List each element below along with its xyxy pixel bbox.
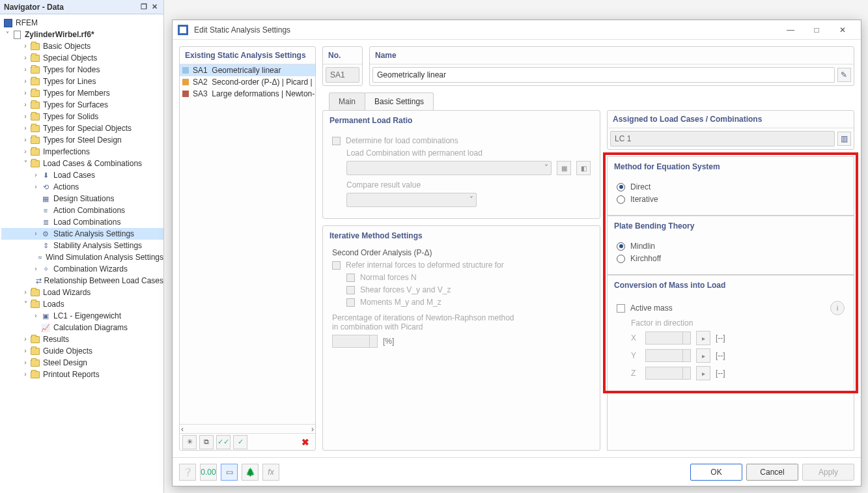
tree-item[interactable]: ›Types for Members [1,87,163,99]
tree-item[interactable]: ›⬇Load Cases [1,169,163,181]
tree-item[interactable]: ›▣LC1 - Eigengewicht [1,310,163,322]
radio-mindlin[interactable]: Mindlin [617,242,845,251]
minimize-button[interactable]: — [777,22,804,38]
edit-name-icon[interactable]: ✎ [837,68,851,82]
checkbox-icon [346,274,355,282]
apply-button[interactable]: Apply [802,464,854,481]
dialog-app-icon [178,25,188,35]
stability-icon: ⇕ [40,240,51,251]
tree-item[interactable]: ›Load Wizards [1,287,163,298]
pct-spinner [332,335,378,348]
cancel-button[interactable]: Cancel [746,464,798,481]
tree-item[interactable]: ›✧Combination Wizards [1,263,163,275]
checkbox-icon [346,286,355,294]
tree-project[interactable]: ˅ZylinderWirbel.rf6* [1,29,163,40]
actions-icon: ⟲ [40,182,51,192]
delete-button[interactable]: ✖ [298,435,313,449]
help-button[interactable]: ❔ [179,464,196,481]
assigned-goto-icon[interactable]: ▥ [837,132,851,146]
loadcases-icon: ⬇ [40,170,51,180]
radio-direct[interactable]: Direct [617,182,845,191]
script-button[interactable]: fx [262,464,279,481]
checkbox-icon[interactable] [617,304,625,313]
x-spinner [645,331,691,345]
tree-item[interactable]: ≈Wind Simulation Analysis Settings [1,251,163,263]
close-button[interactable]: ✕ [830,22,856,38]
dialog-title-bar[interactable]: Edit Static Analysis Settings — □ ✕ [173,20,861,40]
no-field: SA1 [326,67,359,83]
copy-button[interactable]: ⧉ [199,435,214,449]
tab-basic-settings[interactable]: Basic Settings [365,92,434,110]
refer-checkbox-row[interactable]: Refer internal forces to deformed struct… [332,261,591,270]
radio-iterative[interactable]: Iterative [617,195,845,204]
determine-checkbox-row[interactable]: Determine for load combinations [332,136,591,145]
existing-settings-header: Existing Static Analysis Settings [180,47,315,64]
radio-icon [617,255,625,263]
design-sit-icon: ▦ [40,193,51,204]
name-field[interactable]: Geometrically linear [372,67,835,83]
edit-static-analysis-dialog: Edit Static Analysis Settings — □ ✕ Exis… [172,20,861,486]
new-button[interactable]: ✳ [182,435,197,449]
list-item-sa3[interactable]: SA3 Large deformations | Newton-Rap [180,88,315,100]
tree-item[interactable]: ›⟲Actions [1,181,163,193]
close-icon[interactable]: ✕ [149,3,160,11]
tree-item[interactable]: 📈Calculation Diagrams [1,322,163,333]
tree-item[interactable]: ›Guide Objects [1,345,163,357]
tree-item[interactable]: ›Types for Lines [1,76,163,87]
relation-icon: ⇄ [36,275,42,286]
info-icon[interactable]: i [830,301,845,315]
tree-item[interactable]: ›Steel Design [1,357,163,369]
calendar-icon: ▦ [557,161,571,175]
active-mass-checkbox[interactable]: Active mass i [617,301,845,315]
loadcase-icon: ▣ [40,311,51,321]
navigator-tree[interactable]: RFEM ˅ZylinderWirbel.rf6* ›Basic Objects… [0,14,163,493]
dialog-footer: ❔ 0.00 ▭ 🌲 fx OK Cancel Apply [173,457,861,486]
checkbox-icon [346,298,355,307]
ok-button[interactable]: OK [690,464,742,481]
tree-item[interactable]: ›Printout Reports [1,369,163,380]
tree-item[interactable]: ≣Load Combinations [1,216,163,228]
tab-main[interactable]: Main [329,92,365,110]
tree-item[interactable]: ˅Load Cases & Combinations [1,158,163,169]
checkbox-icon[interactable] [332,137,341,145]
tree-item[interactable]: ⇕Stability Analysis Settings [1,240,163,251]
tree-root-rfem[interactable]: RFEM [1,17,163,29]
wind-icon: ≈ [37,252,44,262]
check-button[interactable]: ✓✓ [216,435,231,449]
tree-item[interactable]: ›Basic Objects [1,40,163,52]
maximize-button[interactable]: □ [804,22,830,38]
navigator-panel: Navigator - Data ❐ ✕ RFEM ˅ZylinderWirbe… [0,0,164,493]
horizontal-scrollbar[interactable]: ‹› [180,424,315,433]
radio-kirchhoff[interactable]: Kirchhoff [617,254,845,263]
undock-icon[interactable]: ❐ [139,3,149,11]
tree-item[interactable]: ˅Loads [1,298,163,310]
list-item-sa1[interactable]: SA1 Geometrically linear [180,64,315,76]
list-item-sa2[interactable]: SA2 Second-order (P-Δ) | Picard | 100 | [180,76,315,88]
lc-combobox: ˅ [346,161,552,175]
tree-item[interactable]: ›Types for Special Objects [1,122,163,134]
tree-item[interactable]: ›Types for Nodes [1,64,163,76]
tree-item[interactable]: ▦Design Situations [1,193,163,204]
tree-button[interactable]: 🌲 [242,464,259,481]
navigator-title-bar: Navigator - Data ❐ ✕ [0,0,163,14]
tree-item[interactable]: ›Special Objects [1,52,163,64]
tree-item[interactable]: ›Types for Steel Design [1,134,163,146]
arrow-icon: ▸ [696,366,710,380]
no-header: No. [323,47,362,64]
uncheck-button[interactable]: ✓ [233,435,247,449]
units-button[interactable]: 0.00 [200,464,217,481]
tree-item[interactable]: ≡Action Combinations [1,204,163,216]
action-comb-icon: ≡ [40,205,51,216]
tree-item[interactable]: ›Imperfections [1,146,163,158]
arrow-icon: ▸ [696,348,710,363]
tree-item[interactable]: ›Types for Surfaces [1,99,163,111]
checkbox-icon[interactable] [332,261,341,270]
iterative-section: Iterative Method Settings Second Order A… [322,225,600,451]
existing-settings-list[interactable]: SA1 Geometrically linear SA2 Second-orde… [180,64,315,424]
tree-item[interactable]: ⇄Relationship Between Load Cases [1,275,163,287]
svg-rect-1 [180,27,186,33]
view-button[interactable]: ▭ [221,464,238,481]
tree-item-static-analysis[interactable]: ›⚙Static Analysis Settings [1,228,163,240]
tree-item[interactable]: ›Results [1,333,163,345]
tree-item[interactable]: ›Types for Solids [1,111,163,122]
